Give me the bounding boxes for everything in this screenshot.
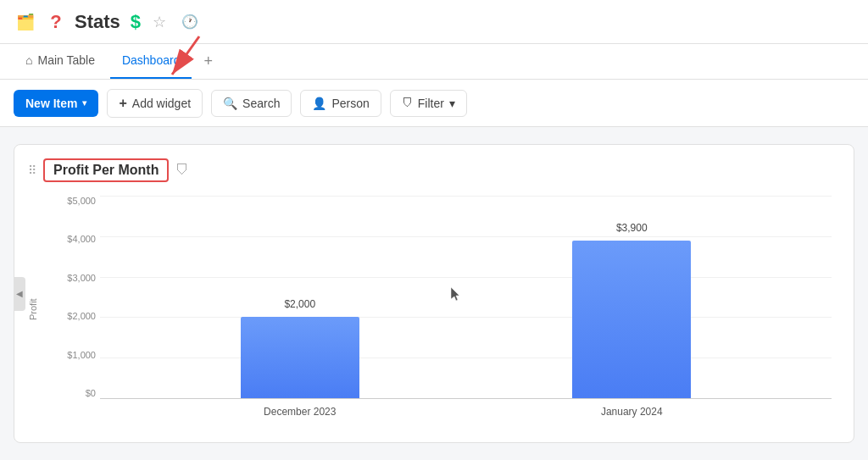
bar-value-jan2024: $3,900 bbox=[616, 222, 648, 234]
person-label: Person bbox=[331, 97, 369, 110]
widget-filter-icon[interactable]: ⛉ bbox=[175, 163, 189, 178]
new-item-chevron: ▾ bbox=[82, 98, 86, 108]
chart-plot: $2,000 $3,900 bbox=[100, 196, 832, 398]
y-tick-1000: $1,000 bbox=[53, 350, 96, 360]
search-icon: 🔍 bbox=[223, 97, 237, 110]
y-tick-5000: $5,000 bbox=[53, 196, 96, 206]
header-icons: 🗂️ ? Stats $ ☆ 🕐 bbox=[14, 10, 202, 34]
bar-group-dec2023: $2,000 bbox=[241, 196, 359, 398]
toolbar: New Item ▾ + Add widget 🔍 Search 👤 Perso… bbox=[0, 80, 868, 127]
filter-icon: ⛉ bbox=[402, 97, 413, 109]
clock-icon[interactable]: 🕐 bbox=[178, 10, 202, 34]
bar-dec2023 bbox=[241, 317, 359, 398]
y-axis-ticks: $5,000 $4,000 $3,000 $2,000 $1,000 $0 bbox=[53, 196, 96, 398]
bar-group-jan2024: $3,900 bbox=[572, 196, 691, 398]
dollar-icon: $ bbox=[131, 11, 141, 33]
side-toggle[interactable]: ◀ bbox=[14, 277, 25, 311]
toggle-arrow-icon: ◀ bbox=[16, 289, 23, 298]
y-tick-3000: $3,000 bbox=[53, 273, 96, 283]
star-icon[interactable]: ☆ bbox=[147, 10, 171, 34]
app-title: Stats bbox=[75, 11, 120, 33]
board-icon[interactable]: 🗂️ bbox=[14, 10, 37, 34]
tab-main-table[interactable]: ⌂ Main Table bbox=[14, 43, 107, 79]
x-label-jan2024: January 2024 bbox=[572, 406, 691, 418]
home-icon: ⌂ bbox=[25, 53, 32, 67]
bar-jan2024 bbox=[572, 241, 691, 398]
filter-chevron: ▾ bbox=[449, 97, 455, 110]
search-button[interactable]: 🔍 Search bbox=[211, 90, 292, 117]
person-button[interactable]: 👤 Person bbox=[300, 90, 381, 117]
y-tick-4000: $4,000 bbox=[53, 234, 96, 244]
filter-button[interactable]: ⛉ Filter ▾ bbox=[390, 90, 467, 117]
chart-inner: $5,000 $4,000 $3,000 $2,000 $1,000 $0 bbox=[45, 196, 840, 424]
person-icon: 👤 bbox=[312, 97, 326, 110]
tab-add-button[interactable]: + bbox=[195, 43, 221, 79]
grid-line-0 bbox=[100, 398, 832, 399]
chart-area: Profit $5,000 $4,000 $3,000 $2,000 $1,00… bbox=[28, 196, 840, 424]
y-tick-0: $0 bbox=[53, 388, 96, 398]
main-content: ◀ ⠿ Profit Per Month ⛉ Profit $5,000 $4,… bbox=[0, 127, 868, 460]
y-tick-2000: $2,000 bbox=[53, 311, 96, 321]
bars-container: $2,000 $3,900 bbox=[100, 196, 832, 398]
y-axis-label: Profit bbox=[28, 196, 45, 424]
new-item-label: New Item bbox=[25, 97, 77, 110]
new-item-button[interactable]: New Item ▾ bbox=[14, 90, 98, 117]
widget-title-box: Profit Per Month bbox=[43, 158, 169, 182]
widget-card: ◀ ⠿ Profit Per Month ⛉ Profit $5,000 $4,… bbox=[14, 144, 854, 443]
add-widget-button[interactable]: + Add widget bbox=[107, 89, 203, 118]
widget-header: ⠿ Profit Per Month ⛉ bbox=[28, 158, 840, 182]
filter-label: Filter bbox=[418, 97, 444, 110]
plus-icon: + bbox=[119, 96, 126, 111]
drag-handle-icon[interactable]: ⠿ bbox=[28, 163, 36, 177]
tabs-bar: ⌂ Main Table Dashboard + bbox=[0, 44, 868, 80]
top-bar: 🗂️ ? Stats $ ☆ 🕐 bbox=[0, 0, 868, 44]
widget-title: Profit Per Month bbox=[53, 163, 159, 177]
x-label-dec2023: December 2023 bbox=[241, 406, 359, 418]
search-label: Search bbox=[242, 97, 280, 110]
bar-value-dec2023: $2,000 bbox=[284, 298, 315, 310]
tab-dashboard[interactable]: Dashboard bbox=[110, 43, 192, 79]
add-widget-label: Add widget bbox=[132, 97, 191, 110]
x-labels: December 2023 January 2024 bbox=[100, 400, 832, 424]
question-icon[interactable]: ? bbox=[44, 10, 68, 34]
